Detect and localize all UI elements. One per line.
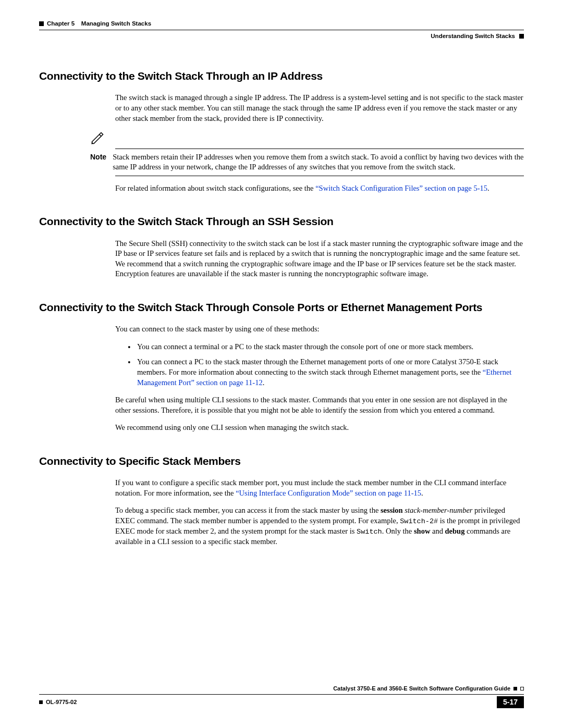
chapter-label: Chapter 5 Managing Switch Stacks	[47, 20, 151, 28]
page-number: 5-17	[497, 696, 524, 708]
list-item: You can connect a PC to the stack master…	[128, 357, 524, 388]
page-header: Chapter 5 Managing Switch Stacks	[39, 20, 524, 28]
section-heading-ip: Connectivity to the Switch Stack Through…	[39, 69, 524, 83]
cross-reference-link[interactable]: “Switch Stack Configuration Files” secti…	[315, 184, 487, 192]
section-heading-ssh: Connectivity to the Switch Stack Through…	[39, 214, 524, 229]
note-text: Stack members retain their IP addresses …	[113, 152, 524, 172]
body-text: If you want to configure a specific stac…	[115, 478, 524, 498]
footer-doc-id: OL-9775-02	[46, 698, 77, 706]
document-page: Chapter 5 Managing Switch Stacks Underst…	[0, 0, 563, 728]
body-text: We recommend using only one CLI session …	[115, 423, 524, 433]
body-text: For related information about switch sta…	[115, 183, 524, 194]
body-text: Be careful when using multiple CLI sessi…	[115, 395, 524, 415]
bullet-mark-icon	[39, 700, 43, 704]
page-footer: Catalyst 3750-E and 3560-E Switch Softwa…	[39, 685, 524, 708]
footer-guide-title: Catalyst 3750-E and 3560-E Switch Softwa…	[333, 685, 510, 693]
bullet-mark-icon	[519, 34, 524, 39]
body-text: The Secure Shell (SSH) connectivity to t…	[115, 239, 524, 279]
cross-reference-link[interactable]: “Using Interface Configuration Mode” sec…	[236, 489, 421, 497]
page-subheader: Understanding Switch Stacks	[39, 32, 524, 41]
section-heading-console: Connectivity to the Switch Stack Through…	[39, 300, 524, 315]
section-heading-specific: Connectivity to Specific Stack Members	[39, 454, 524, 468]
header-rule	[39, 30, 524, 30]
bullet-mark-icon	[513, 687, 517, 690]
body-text: To debug a specific stack member, you ca…	[115, 505, 524, 547]
pencil-icon	[90, 139, 105, 147]
bullet-mark-icon	[520, 687, 524, 690]
list-item: You can connect a terminal or a PC to th…	[128, 342, 524, 352]
bullet-list: You can connect a terminal or a PC to th…	[128, 342, 524, 388]
note-label: Note	[90, 152, 106, 162]
note-block: Note Stack members retain their IP addre…	[39, 131, 524, 176]
body-text: You can connect to the stack master by u…	[115, 324, 524, 335]
body-text: The switch stack is managed through a si…	[115, 93, 524, 124]
bullet-mark-icon	[39, 21, 44, 26]
